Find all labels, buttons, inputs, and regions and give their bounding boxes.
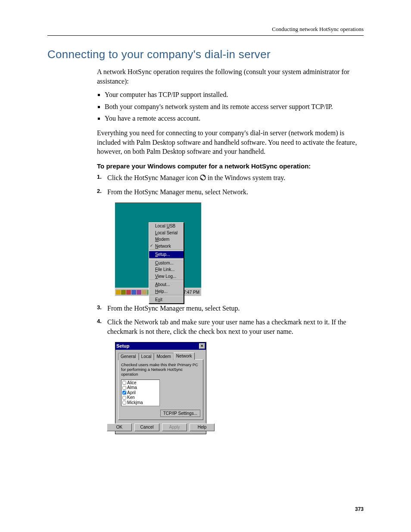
- step-3: From the HotSync Manager menu, select Se…: [97, 304, 364, 313]
- menu-screenshot: Local USBLocal SerialModemNetworkSetup..…: [115, 202, 201, 296]
- step-2-text: From the HotSync Manager menu, select Ne…: [107, 188, 248, 196]
- user-name: Mickjma: [127, 400, 143, 405]
- user-list[interactable]: AliceAlmaAprilKenMickjma: [121, 380, 160, 406]
- dialog-title: Setup: [116, 343, 130, 349]
- everything-paragraph: Everything you need for connecting to yo…: [97, 128, 364, 156]
- step-1-post: in the Windows system tray.: [208, 174, 286, 181]
- user-row[interactable]: Alice: [122, 380, 159, 386]
- page-number: 373: [355, 506, 364, 512]
- requirement-item: You have a remote access account.: [105, 114, 364, 123]
- menu-item-setup[interactable]: Setup...: [149, 251, 184, 258]
- menu-item-network[interactable]: Network: [149, 243, 184, 250]
- close-icon[interactable]: ✕: [199, 343, 205, 349]
- user-row[interactable]: Alma: [122, 385, 159, 390]
- dialog-titlebar: Setup ✕: [115, 342, 206, 350]
- menu-item-file-link[interactable]: File Link...: [149, 266, 184, 273]
- user-name: Alice: [127, 380, 137, 386]
- ok-button[interactable]: OK: [107, 423, 132, 431]
- tab-modem[interactable]: Modem: [154, 353, 173, 360]
- requirement-item: Both your company's network system and i…: [105, 102, 364, 112]
- tcpip-settings-button[interactable]: TCP/IP Settings...: [160, 410, 200, 417]
- requirements-list: Your computer has TCP/IP support install…: [97, 90, 364, 123]
- menu-item-exit[interactable]: Exit: [149, 296, 184, 303]
- user-row[interactable]: Ken: [122, 395, 159, 400]
- menu-item-about[interactable]: About...: [149, 281, 184, 288]
- intro-paragraph: A network HotSync operation requires the…: [97, 67, 364, 86]
- user-checkbox[interactable]: [122, 381, 126, 385]
- menu-item-view-log[interactable]: View Log...: [149, 273, 184, 280]
- user-name: Ken: [127, 395, 135, 400]
- user-row[interactable]: Mickjma: [122, 400, 159, 405]
- hotsync-manager-menu: Local USBLocal SerialModemNetworkSetup..…: [149, 222, 184, 304]
- menu-item-help[interactable]: Help...: [149, 288, 184, 295]
- running-header: Conducting network HotSync operations: [47, 26, 364, 33]
- user-checkbox[interactable]: [122, 391, 126, 395]
- menu-item-custom[interactable]: Custom...: [149, 260, 184, 267]
- help-button[interactable]: Help: [190, 423, 215, 431]
- step-4: Click the Network tab and make sure your…: [97, 317, 364, 434]
- tab-network[interactable]: Network: [174, 352, 195, 360]
- step-1: Click the HotSync Manager icon in the Wi…: [97, 173, 364, 183]
- header-rule: [47, 35, 364, 36]
- taskbar-clock: 7:47 PM: [182, 289, 201, 296]
- user-checkbox[interactable]: [122, 396, 126, 400]
- dialog-instruction: Checked users make this their Primary PC…: [121, 362, 200, 377]
- tab-row: General Local Modem Network: [118, 352, 203, 360]
- setup-dialog-screenshot: Setup ✕ General Local Modem Network Chec…: [115, 342, 206, 434]
- user-row[interactable]: April: [122, 390, 159, 395]
- cancel-button[interactable]: Cancel: [134, 423, 159, 431]
- menu-item-local-usb[interactable]: Local USB: [149, 223, 184, 230]
- apply-button[interactable]: Apply: [162, 423, 187, 431]
- section-title: Connecting to your company's dial-in ser…: [47, 48, 364, 61]
- step-4-text: Click the Network tab and make sure your…: [107, 318, 346, 335]
- hotsync-icon: [200, 174, 206, 183]
- tab-local[interactable]: Local: [139, 353, 154, 360]
- menu-item-local-serial[interactable]: Local Serial: [149, 230, 184, 236]
- procedure-heading: To prepare your Windows computer for a n…: [97, 162, 364, 170]
- requirement-item: Your computer has TCP/IP support install…: [105, 90, 364, 100]
- tab-general[interactable]: General: [118, 353, 139, 360]
- step-1-pre: Click the HotSync Manager icon: [107, 174, 200, 181]
- user-name: Alma: [127, 385, 137, 390]
- user-name: April: [127, 390, 136, 395]
- desktop-background: Local USBLocal SerialModemNetworkSetup..…: [115, 202, 201, 288]
- step-2: From the HotSync Manager menu, select Ne…: [97, 187, 364, 296]
- tab-pane-network: Checked users make this their Primary PC…: [118, 359, 203, 420]
- menu-item-modem[interactable]: Modem: [149, 236, 184, 243]
- user-checkbox[interactable]: [122, 386, 126, 390]
- user-checkbox[interactable]: [122, 401, 126, 404]
